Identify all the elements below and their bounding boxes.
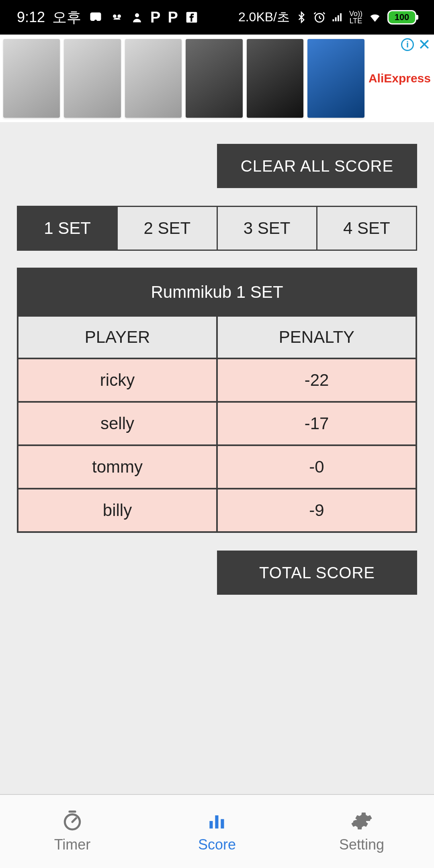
- p-icon-1: P: [150, 9, 160, 26]
- table-row[interactable]: tommy -0: [18, 444, 416, 488]
- svg-point-2: [117, 14, 121, 18]
- svg-rect-7: [335, 17, 337, 21]
- svg-rect-13: [221, 819, 224, 828]
- table-title: Rummikub 1 SET: [18, 269, 416, 315]
- battery-level: 100: [395, 12, 409, 23]
- status-right: 2.0KB/초 Vo))LTE 100: [238, 8, 416, 26]
- ad-product-image: [247, 39, 303, 118]
- tab-set-4[interactable]: 4 SET: [317, 207, 416, 250]
- cell-penalty: -0: [218, 446, 416, 488]
- header-penalty: PENALTY: [218, 317, 416, 358]
- nav-timer-label: Timer: [54, 836, 91, 853]
- alarm-icon: [313, 11, 326, 24]
- ad-banner[interactable]: AliExpress i ✕: [0, 35, 434, 122]
- nav-setting-label: Setting: [339, 836, 384, 853]
- status-time: 9:12: [17, 9, 45, 26]
- gear-icon: [350, 810, 373, 832]
- ad-product-image: [125, 39, 182, 118]
- person-icon: [131, 11, 143, 23]
- cell-player: selly: [18, 403, 218, 444]
- svg-point-1: [113, 14, 117, 18]
- ad-close-icon[interactable]: ✕: [418, 37, 431, 52]
- bottom-nav: Timer Score Setting: [0, 794, 434, 868]
- svg-rect-0: [90, 12, 101, 21]
- svg-rect-11: [209, 821, 213, 829]
- score-table: Rummikub 1 SET PLAYER PENALTY ricky -22 …: [17, 268, 417, 533]
- status-left: 9:12 오후 P P: [17, 8, 198, 27]
- nav-setting[interactable]: Setting: [289, 795, 434, 868]
- ad-product-image: [186, 39, 242, 118]
- ad-product-image: [3, 39, 60, 118]
- app-icon: [110, 10, 124, 24]
- chart-icon: [206, 810, 228, 832]
- cell-player: ricky: [18, 359, 218, 401]
- signal-icon: [332, 11, 344, 23]
- svg-point-3: [135, 13, 139, 17]
- cell-penalty: -9: [218, 489, 416, 531]
- table-row[interactable]: ricky -22: [18, 358, 416, 401]
- clear-all-button[interactable]: CLEAR ALL SCORE: [217, 144, 417, 188]
- total-score-button[interactable]: TOTAL SCORE: [217, 551, 417, 595]
- wifi-icon: [368, 10, 382, 24]
- cell-penalty: -22: [218, 359, 416, 401]
- timer-icon: [61, 810, 84, 832]
- data-rate: 2.0KB/초: [238, 8, 290, 26]
- table-header: PLAYER PENALTY: [18, 315, 416, 358]
- svg-rect-6: [332, 19, 334, 21]
- ad-product-image: [64, 39, 121, 118]
- bluetooth-icon: [295, 11, 307, 23]
- ad-product-image: [307, 39, 364, 118]
- svg-rect-8: [338, 15, 339, 21]
- status-bar: 9:12 오후 P P 2.0KB/초 Vo))LTE: [0, 0, 434, 35]
- tab-set-1[interactable]: 1 SET: [18, 207, 118, 250]
- table-row[interactable]: billy -9: [18, 488, 416, 531]
- facebook-icon: [185, 11, 198, 24]
- cell-player: tommy: [18, 446, 218, 488]
- cell-penalty: -17: [218, 403, 416, 444]
- svg-rect-9: [340, 13, 342, 21]
- message-icon: [88, 10, 103, 25]
- tab-set-2[interactable]: 2 SET: [118, 207, 217, 250]
- volte-icon: Vo))LTE: [349, 10, 362, 25]
- nav-score[interactable]: Score: [145, 795, 289, 868]
- nav-score-label: Score: [198, 836, 236, 853]
- svg-rect-12: [215, 815, 218, 829]
- main-content: CLEAR ALL SCORE 1 SET 2 SET 3 SET 4 SET …: [0, 122, 434, 794]
- status-meridiem: 오후: [52, 8, 81, 27]
- tab-set-3[interactable]: 3 SET: [218, 207, 317, 250]
- p-icon-2: P: [168, 9, 178, 26]
- nav-timer[interactable]: Timer: [0, 795, 145, 868]
- cell-player: billy: [18, 489, 218, 531]
- battery-icon: 100: [387, 10, 416, 25]
- set-tabs: 1 SET 2 SET 3 SET 4 SET: [17, 206, 417, 251]
- ad-info-icon[interactable]: i: [401, 38, 414, 51]
- header-player: PLAYER: [18, 317, 218, 358]
- ad-brand-label: AliExpress: [368, 72, 431, 85]
- table-row[interactable]: selly -17: [18, 401, 416, 444]
